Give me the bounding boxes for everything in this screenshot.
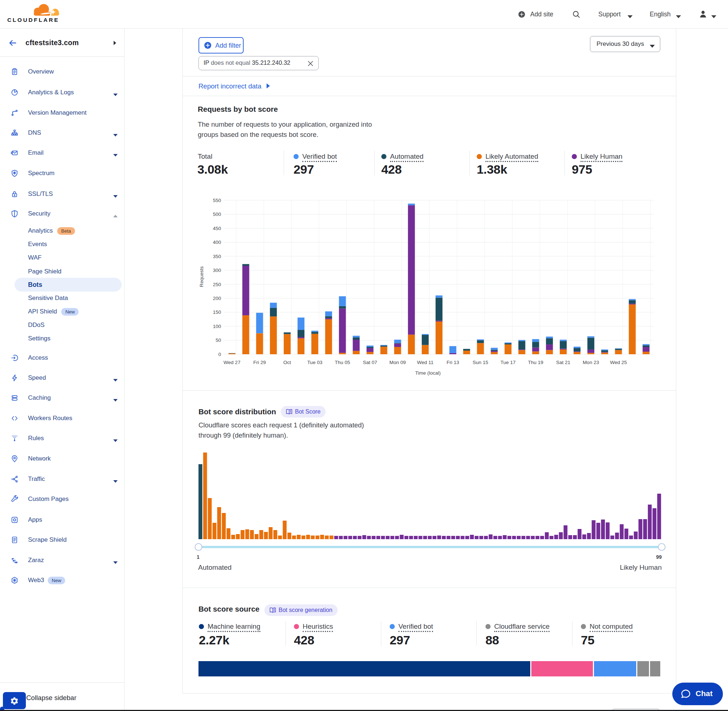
svg-text:Oct: Oct	[284, 360, 291, 365]
svg-text:550: 550	[213, 198, 221, 203]
svg-text:Wed 25: Wed 25	[610, 360, 627, 365]
svg-text:500: 500	[213, 211, 221, 217]
svg-text:Wed 11: Wed 11	[417, 360, 433, 365]
svg-text:Requests: Requests	[199, 266, 204, 287]
svg-text:Thu 05: Thu 05	[335, 360, 350, 365]
svg-text:Thu 19: Thu 19	[528, 360, 543, 365]
svg-text:150: 150	[213, 310, 221, 315]
svg-text:Tue 03: Tue 03	[307, 360, 323, 365]
svg-text:0: 0	[218, 352, 221, 357]
svg-text:Fri 29: Fri 29	[254, 360, 266, 365]
svg-text:Tue 17: Tue 17	[501, 360, 516, 365]
svg-text:300: 300	[213, 268, 221, 273]
svg-text:Wed 27: Wed 27	[224, 360, 240, 365]
svg-text:Sun 15: Sun 15	[473, 360, 488, 365]
svg-text:CLOUDFLARE: CLOUDFLARE	[7, 17, 59, 23]
svg-text:Fri 13: Fri 13	[446, 360, 459, 365]
svg-text:50: 50	[216, 338, 221, 343]
svg-text:350: 350	[213, 254, 221, 259]
svg-text:450: 450	[213, 226, 221, 231]
svg-text:400: 400	[213, 239, 221, 245]
svg-text:200: 200	[213, 296, 221, 301]
svg-text:250: 250	[213, 282, 221, 287]
svg-text:Mon 23: Mon 23	[583, 360, 599, 365]
svg-text:Time (local): Time (local)	[415, 370, 441, 376]
svg-text:Sat 21: Sat 21	[556, 360, 570, 365]
svg-text:Sat 07: Sat 07	[363, 360, 377, 365]
svg-text:100: 100	[213, 324, 221, 329]
svg-text:Mon 09: Mon 09	[389, 360, 406, 365]
